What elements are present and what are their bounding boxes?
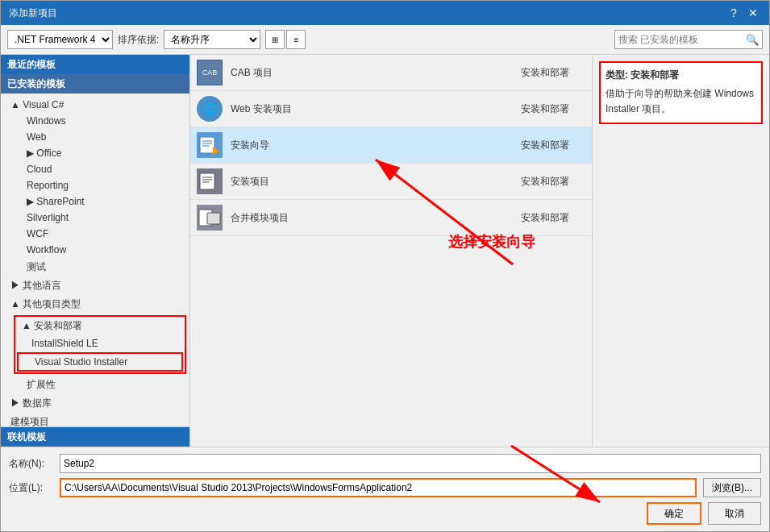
close-button[interactable]: ✕: [745, 6, 761, 20]
center-panel: CAB CAB 项目 安装和部署 🌐 Web 安装项目 安装和部署: [190, 55, 592, 447]
right-panel: 类型: 安装和部署 借助于向导的帮助来创建 Windows Installer …: [592, 55, 769, 447]
toolbar: .NET Framework 4 排序依据: 名称升序 ⊞ ≡ 🔍: [1, 25, 769, 55]
title-bar: 添加新项目 ? ✕: [1, 1, 769, 25]
view-buttons: ⊞ ≡: [265, 30, 306, 49]
left-panel: 最近的模板 已安装的模板 ▲ Visual C# Windows Web ▶ O…: [1, 55, 190, 447]
item-category: 安装和部署: [521, 102, 585, 116]
ok-button[interactable]: 确定: [647, 502, 701, 525]
tree-item-extensibility[interactable]: 扩展性: [1, 376, 189, 394]
location-row: 位置(L): 浏览(B)...: [9, 478, 761, 497]
tree-item-installshield[interactable]: InstallShield LE: [15, 335, 185, 351]
installed-header: 已安装的模板: [1, 74, 189, 94]
items-list: CAB CAB 项目 安装和部署 🌐 Web 安装项目 安装和部署: [190, 55, 592, 447]
tree-item-reporting[interactable]: Reporting: [1, 177, 189, 193]
location-label: 位置(L):: [9, 481, 53, 495]
item-name: CAB 项目: [231, 66, 513, 80]
title-bar-buttons: ? ✕: [726, 6, 761, 20]
list-item[interactable]: CAB CAB 项目 安装和部署: [190, 55, 592, 91]
list-item[interactable]: 🌐 Web 安装项目 安装和部署: [190, 91, 592, 127]
grid-view-button[interactable]: ⊞: [265, 30, 285, 49]
sort-label: 排序依据:: [118, 33, 159, 47]
tree-item-modelingprojects[interactable]: 建模项目: [1, 413, 189, 426]
cab-icon: CAB: [197, 60, 223, 85]
cancel-button[interactable]: 取消: [708, 502, 761, 525]
svg-rect-1: [200, 137, 214, 153]
tree-item-vstudioinstaller[interactable]: Visual Studio Installer: [19, 354, 181, 370]
web-install-icon: 🌐: [197, 96, 223, 122]
item-name: 安装项目: [231, 175, 513, 189]
search-button[interactable]: 🔍: [743, 31, 762, 48]
type-description: 借助于向导的帮助来创建 Windows Installer 项目。: [606, 86, 756, 117]
svg-rect-13: [207, 213, 220, 224]
svg-rect-7: [200, 173, 214, 189]
type-title: 类型: 安装和部署: [606, 68, 756, 83]
dialog: 添加新项目 ? ✕ .NET Framework 4 排序依据: 名称升序 ⊞ …: [0, 0, 770, 532]
tree-item-visualcsharp[interactable]: ▲ Visual C#: [1, 97, 189, 113]
main-content: 最近的模板 已安装的模板 ▲ Visual C# Windows Web ▶ O…: [1, 55, 769, 447]
item-name: 合并模块项目: [231, 211, 513, 225]
location-input[interactable]: [60, 478, 697, 497]
setup-icon: [197, 168, 223, 194]
left-tree: ▲ Visual C# Windows Web ▶ Office Cloud R…: [1, 94, 189, 426]
dialog-title: 添加新项目: [9, 6, 57, 20]
left-bottom-section: 联机模板: [1, 426, 189, 447]
tree-item-silverlight[interactable]: Silverlight: [1, 210, 189, 226]
type-info-box: 类型: 安装和部署 借助于向导的帮助来创建 Windows Installer …: [599, 61, 763, 124]
list-item[interactable]: 安装项目 安装和部署: [190, 164, 592, 200]
tree-item-sharepoint[interactable]: ▶ SharePoint: [1, 193, 189, 210]
tree-item-wcf[interactable]: WCF: [1, 226, 189, 242]
name-label: 名称(N):: [9, 457, 53, 471]
item-category: 安装和部署: [521, 175, 585, 189]
tree-item-office[interactable]: ▶ Office: [1, 145, 189, 161]
tree-item-test[interactable]: 测试: [1, 258, 189, 276]
item-name: 安装向导: [231, 139, 513, 152]
online-header: 联机模板: [1, 427, 189, 447]
item-category: 安装和部署: [521, 139, 585, 152]
framework-select[interactable]: .NET Framework 4: [7, 30, 113, 49]
tree-item-workflow[interactable]: Workflow: [1, 242, 189, 258]
item-category: 安装和部署: [521, 211, 585, 225]
setup-wizard-icon: [197, 132, 223, 158]
item-category: 安装和部署: [521, 66, 585, 80]
item-name: Web 安装项目: [231, 102, 513, 116]
name-input[interactable]: [60, 454, 761, 473]
sort-select[interactable]: 名称升序: [164, 30, 260, 49]
tree-item-web[interactable]: Web: [1, 129, 189, 145]
merge-icon: [197, 205, 223, 231]
search-input[interactable]: [615, 34, 743, 45]
bottom-panel: 名称(N): 位置(L): 浏览(B)... 确定 取消: [1, 447, 769, 531]
tree-item-database[interactable]: ▶ 数据库: [1, 394, 189, 413]
search-box: 🔍: [614, 30, 763, 49]
help-button[interactable]: ?: [726, 6, 742, 20]
tree-item-installdeploy[interactable]: ▲ 安装和部署: [15, 317, 185, 335]
recent-header: 最近的模板: [1, 55, 189, 74]
list-item[interactable]: 合并模块项目 安装和部署: [190, 200, 592, 236]
bottom-buttons: 确定 取消: [9, 502, 761, 525]
list-view-button[interactable]: ≡: [286, 30, 306, 49]
tree-item-otherlang[interactable]: ▶ 其他语言: [1, 276, 189, 295]
tree-item-otherprojtypes[interactable]: ▲ 其他项目类型: [1, 295, 189, 314]
tree-item-windows[interactable]: Windows: [1, 113, 189, 129]
list-item-setup-wizard[interactable]: 安装向导 安装和部署: [190, 127, 592, 164]
browse-button[interactable]: 浏览(B)...: [703, 478, 761, 497]
tree-item-cloud[interactable]: Cloud: [1, 161, 189, 177]
ok-arrow-svg: [487, 438, 632, 510]
name-row: 名称(N):: [9, 454, 761, 473]
